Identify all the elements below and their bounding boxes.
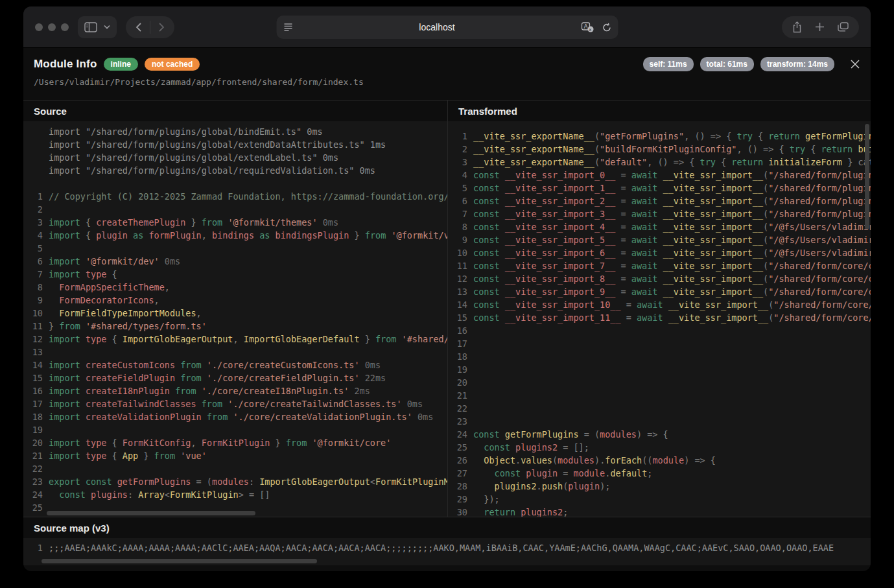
- share-icon[interactable]: [792, 21, 802, 33]
- code-text: const plugin = module.default;: [473, 467, 652, 480]
- code-text: const plugins2 = [];: [473, 441, 589, 454]
- code-line: 11const __vite_ssr_import_7__ = await __…: [453, 259, 871, 272]
- code-line: 7const __vite_ssr_import_3__ = await __v…: [453, 207, 871, 220]
- code-text: __vite_ssr_exportName__("getFormPlugins"…: [473, 130, 871, 143]
- line-number: 26: [453, 454, 467, 467]
- sidebar-toggle-button[interactable]: [78, 16, 117, 38]
- code-line: 20: [453, 376, 871, 389]
- line-number: 11: [453, 259, 467, 272]
- code-text: FormAppSpecificTheme,: [49, 281, 170, 294]
- line-number: [29, 125, 43, 138]
- reader-view-icon[interactable]: [283, 23, 293, 32]
- code-text: import "/shared/form/plugins/global/exte…: [49, 138, 386, 151]
- code-line: 8 FormAppSpecificTheme,: [29, 281, 447, 294]
- source-horizontal-scrollbar[interactable]: [47, 511, 255, 515]
- code-line: 18import createValidationPlugin from './…: [29, 410, 447, 423]
- close-panel-button[interactable]: [850, 59, 860, 69]
- code-line: 24 const plugins: Array<FormKitPlugin> =…: [29, 488, 447, 501]
- code-line: 24const getFormPlugins = (modules) => {: [453, 428, 871, 441]
- transformed-code-view[interactable]: 1__vite_ssr_exportName__("getFormPlugins…: [448, 121, 871, 517]
- url-text[interactable]: localhost: [293, 22, 581, 32]
- code-line: 1// Copyright (C) 2012-2025 Zammad Found…: [29, 190, 447, 203]
- line-number: 19: [453, 363, 467, 376]
- code-text: plugins2.push(plugin);: [473, 480, 610, 493]
- code-line: 12import type { ImportGlobEagerOutput, I…: [29, 333, 447, 346]
- minimize-window-button[interactable]: [48, 23, 56, 31]
- code-line: 4const __vite_ssr_import_0__ = await __v…: [453, 169, 871, 182]
- line-number: 4: [453, 169, 467, 182]
- new-tab-icon[interactable]: [815, 22, 825, 32]
- close-icon: [850, 59, 860, 69]
- sourcemap-title: Source map (v3): [23, 517, 871, 538]
- line-number: 29: [453, 493, 467, 506]
- code-text: __vite_ssr_exportName__("buildFormKitPlu…: [473, 143, 871, 156]
- line-number: 4: [29, 229, 43, 242]
- code-line: 4import { plugin as formPlugin, bindings…: [29, 229, 447, 242]
- code-text: import createTailwindClasses from './cor…: [49, 397, 423, 410]
- code-line: 13: [29, 346, 447, 359]
- browser-window: localhost A x Module Info inline: [23, 6, 871, 571]
- code-line: 14const __vite_ssr_import_10__ = await _…: [453, 298, 871, 311]
- line-number: [29, 164, 43, 177]
- url-bar[interactable]: localhost A x: [276, 16, 618, 39]
- line-number: 12: [453, 272, 467, 285]
- line-number: 8: [453, 220, 467, 233]
- line-number: 7: [29, 268, 43, 281]
- code-line: 12const __vite_ssr_import_8__ = await __…: [453, 272, 871, 285]
- code-text: import createValidationPlugin from './co…: [49, 410, 433, 423]
- zoom-window-button[interactable]: [61, 23, 69, 31]
- code-text: FormFieldTypeImportModules,: [49, 307, 202, 320]
- chevron-down-icon: [104, 25, 110, 29]
- line-number: 1: [453, 130, 467, 143]
- nav-divider: [150, 21, 150, 34]
- code-line: 7import type {: [29, 268, 447, 281]
- total-time-badge: total: 61ms: [700, 57, 754, 71]
- transformed-panel: Transformed 1__vite_ssr_exportName__("ge…: [447, 100, 871, 517]
- line-number: 22: [453, 402, 467, 415]
- code-line: 10 FormFieldTypeImportModules,: [29, 307, 447, 320]
- sourcemap-view[interactable]: 1;;;AAEA;AAAkC;AAAA;AAAA;AAAA;AAClC;AAEA…: [23, 538, 871, 565]
- line-number: 13: [453, 285, 467, 298]
- code-line: 9 FormDecoratorIcons,: [29, 294, 447, 307]
- line-number: 30: [453, 506, 467, 517]
- line-number: 16: [29, 384, 43, 397]
- traffic-lights[interactable]: [35, 23, 69, 31]
- code-line: 3__vite_ssr_exportName__("default", () =…: [453, 156, 871, 169]
- line-number: 23: [29, 475, 43, 488]
- code-text: __vite_ssr_exportName__("default", () =>…: [473, 156, 871, 169]
- module-info-header: Module Info inline not cached self: 11ms…: [23, 48, 871, 100]
- source-code-view[interactable]: import "/shared/form/plugins/global/bind…: [23, 121, 447, 517]
- code-text: export const getFormPlugins = (modules: …: [49, 475, 447, 488]
- code-text: import "/shared/form/plugins/global/exte…: [49, 151, 338, 164]
- sidebar-icon: [84, 22, 97, 32]
- code-text: import type {: [49, 268, 117, 281]
- code-line: 5: [29, 242, 447, 255]
- code-text: Object.values(modules).forEach((module) …: [473, 454, 716, 467]
- code-text: const __vite_ssr_import_11__ = await __v…: [473, 311, 871, 324]
- code-line: 23export const getFormPlugins = (modules…: [29, 475, 447, 488]
- code-line: 16import createI18nPlugin from './core/c…: [29, 384, 447, 397]
- back-icon[interactable]: [135, 22, 142, 32]
- line-number: 5: [29, 242, 43, 255]
- code-text: } from '#shared/types/form.ts': [49, 320, 207, 333]
- translate-icon[interactable]: A x: [581, 22, 594, 32]
- code-line: 15import createFieldPlugin from './core/…: [29, 371, 447, 384]
- forward-icon[interactable]: [158, 22, 165, 32]
- sourcemap-horizontal-scrollbar[interactable]: [41, 559, 317, 563]
- code-line: 5const __vite_ssr_import_1__ = await __v…: [453, 182, 871, 194]
- code-line: 2__vite_ssr_exportName__("buildFormKitPl…: [453, 143, 871, 156]
- line-number: 12: [29, 333, 43, 346]
- code-line: 26 Object.values(modules).forEach((modul…: [453, 454, 871, 467]
- reload-icon[interactable]: [602, 23, 611, 32]
- transformed-vertical-scrollbar[interactable]: [865, 124, 869, 229]
- code-line: 11} from '#shared/types/form.ts': [29, 320, 447, 333]
- code-line: 16: [453, 324, 871, 337]
- sourcemap-section: Source map (v3) 1;;;AAEA;AAAkC;AAAA;AAAA…: [23, 517, 871, 565]
- tab-overview-icon[interactable]: [838, 22, 849, 32]
- line-number: 16: [453, 324, 467, 337]
- close-window-button[interactable]: [35, 23, 43, 31]
- line-number: 3: [29, 216, 43, 229]
- not-cached-badge: not cached: [145, 58, 200, 71]
- line-number: 5: [453, 182, 467, 194]
- code-line: 23: [453, 415, 871, 428]
